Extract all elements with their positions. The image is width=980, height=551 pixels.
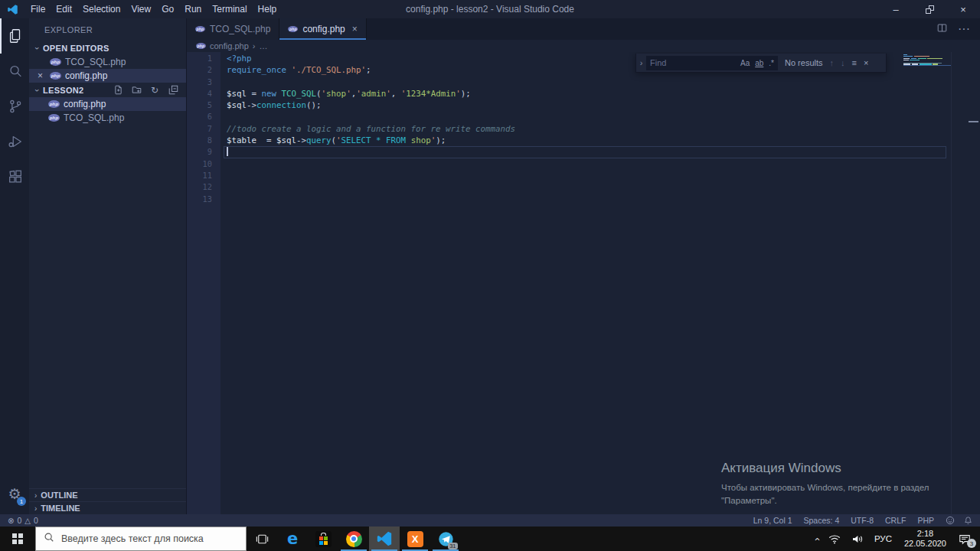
breadcrumb-more[interactable]: … [259, 41, 267, 51]
start-button[interactable] [0, 527, 35, 551]
new-file-icon[interactable] [113, 85, 123, 96]
scrollbar[interactable] [951, 52, 980, 514]
outline-panel-header[interactable]: › OUTLINE [29, 488, 186, 501]
explorer-icon[interactable] [0, 18, 29, 54]
find-in-selection-icon[interactable]: ≡ [852, 58, 857, 67]
tab-bar: php TCO_SQL.php php config.php × ··· [187, 18, 980, 40]
status-encoding[interactable]: UTF-8 [851, 516, 874, 525]
code-editor[interactable]: 1<?php2require_once './TCO_SQL.php';34$s… [187, 53, 951, 205]
code-line-6[interactable]: 6 [187, 111, 951, 122]
notifications-bell-icon[interactable] [964, 516, 972, 525]
status-cursor-position[interactable]: Ln 9, Col 1 [753, 516, 792, 525]
source-control-icon[interactable] [0, 89, 29, 124]
open-editor-item[interactable]: php TCO_SQL.php [29, 55, 186, 69]
language-indicator[interactable]: РУС [869, 527, 897, 551]
problems-indicator[interactable]: ⊗ 0 △ 0 [8, 516, 38, 525]
overview-ruler-cursor-mark [969, 121, 978, 122]
breadcrumb-separator: › [253, 41, 256, 51]
timeline-panel-header[interactable]: › TIMELINE [29, 501, 186, 514]
find-next-icon[interactable]: ↓ [841, 58, 845, 67]
breadcrumb[interactable]: php config.php › … [187, 40, 980, 52]
wifi-icon[interactable] [823, 527, 846, 551]
minimap[interactable] [903, 54, 951, 67]
open-editors-header[interactable]: › OPEN EDITORS [29, 41, 186, 55]
tray-expand-button[interactable]: › [809, 527, 823, 551]
find-close-icon[interactable]: × [864, 58, 868, 67]
folder-actions: ↻ [113, 85, 186, 96]
volume-icon[interactable] [846, 527, 869, 551]
tab-label: TCO_SQL.php [210, 24, 270, 34]
code-line-3[interactable]: 3 [187, 77, 951, 88]
edge-taskbar-icon[interactable]: e [277, 527, 308, 551]
xampp-taskbar-icon[interactable]: X [400, 527, 430, 551]
code-line-13[interactable]: 13 [187, 194, 951, 205]
menu-edit[interactable]: Edit [51, 0, 77, 18]
menu-go[interactable]: Go [156, 0, 179, 18]
find-widget[interactable]: › Find Aa ab .* No results ↑ ↓ ≡ × [635, 54, 887, 73]
vscode-taskbar-icon[interactable] [369, 527, 400, 551]
extensions-icon[interactable] [0, 159, 29, 194]
find-previous-icon[interactable]: ↑ [830, 58, 835, 67]
tree-item-config[interactable]: php config.php [29, 97, 186, 111]
settings-gear-button[interactable]: ⚙ 1 [0, 482, 29, 505]
open-editor-item-active[interactable]: × php config.php [29, 69, 186, 83]
code-line-5[interactable]: 5$sql->connection(); [187, 99, 951, 111]
watermark-line1: Чтобы активировать Windows, перейдите в … [721, 481, 929, 494]
menu-terminal[interactable]: Terminal [207, 0, 252, 18]
close-editor-icon[interactable]: × [38, 71, 43, 80]
line-number: 7 [187, 123, 212, 135]
menu-file[interactable]: File [25, 0, 51, 18]
clock[interactable]: 2:18 22.05.2020 [897, 529, 953, 549]
code-line-9[interactable]: 9 [187, 146, 951, 158]
code-line-4[interactable]: 4$sql = new TCO_SQL('shop','admin', '123… [187, 88, 951, 99]
regex-icon[interactable]: .* [769, 59, 774, 67]
tab-config-active[interactable]: php config.php × [279, 18, 366, 40]
line-content [212, 170, 227, 181]
code-line-7[interactable]: 7//todo create a logic and a function fo… [187, 123, 951, 135]
find-toggle-chevron[interactable]: › [636, 54, 646, 72]
store-taskbar-icon[interactable] [308, 527, 338, 551]
chrome-taskbar-icon[interactable] [338, 527, 369, 551]
minimize-button[interactable]: – [879, 0, 913, 18]
desktop: FileEditSelectionViewGoRunTerminalHelp c… [0, 0, 980, 551]
tab-tcosql[interactable]: php TCO_SQL.php [187, 18, 279, 40]
run-debug-icon[interactable] [0, 124, 29, 159]
menu-selection[interactable]: Selection [77, 0, 126, 18]
line-number: 10 [187, 158, 212, 170]
folder-header-lesson2[interactable]: › LESSON2 ↻ [29, 83, 186, 97]
whole-word-icon[interactable]: ab [755, 59, 763, 67]
menu-run[interactable]: Run [179, 0, 207, 18]
taskbar-search-box[interactable]: Введите здесь текст для поиска [35, 527, 247, 551]
error-icon: ⊗ [8, 517, 14, 525]
task-view-button[interactable] [247, 527, 277, 551]
code-line-10[interactable]: 10 [187, 158, 951, 170]
breadcrumb-file[interactable]: config.php [210, 41, 249, 51]
status-indentation[interactable]: Spaces: 4 [804, 516, 840, 525]
more-actions-icon[interactable]: ··· [958, 22, 970, 36]
menu-help[interactable]: Help [253, 0, 283, 18]
status-language-mode[interactable]: PHP [917, 516, 934, 525]
collapse-all-icon[interactable] [168, 85, 178, 96]
menu-view[interactable]: View [126, 0, 156, 18]
activity-bar: ⚙ 1 [0, 18, 29, 514]
titlebar[interactable]: FileEditSelectionViewGoRunTerminalHelp c… [0, 0, 980, 18]
restore-button[interactable] [913, 0, 946, 18]
new-folder-icon[interactable] [131, 85, 142, 96]
find-input[interactable]: Find Aa ab .* [646, 56, 778, 70]
search-icon[interactable] [0, 54, 29, 89]
status-eol[interactable]: CRLF [885, 516, 906, 525]
feedback-smiley-icon[interactable] [946, 516, 955, 525]
split-editor-icon[interactable] [937, 22, 947, 36]
close-button[interactable]: × [946, 0, 980, 18]
telegram-taskbar-icon[interactable]: 31 [430, 527, 461, 551]
code-line-11[interactable]: 11 [187, 170, 951, 181]
refresh-icon[interactable]: ↻ [149, 85, 160, 96]
tab-close-icon[interactable]: × [352, 24, 358, 34]
tree-item-tcosql[interactable]: php TCO_SQL.php [29, 111, 186, 125]
match-case-icon[interactable]: Aa [740, 59, 750, 67]
line-number: 5 [187, 99, 212, 111]
action-center-button[interactable]: 3 [953, 527, 980, 551]
code-line-12[interactable]: 12 [187, 181, 951, 193]
line-number: 12 [187, 181, 212, 193]
code-line-8[interactable]: 8$table = $sql->query('SELECT * FROM sho… [187, 135, 951, 146]
